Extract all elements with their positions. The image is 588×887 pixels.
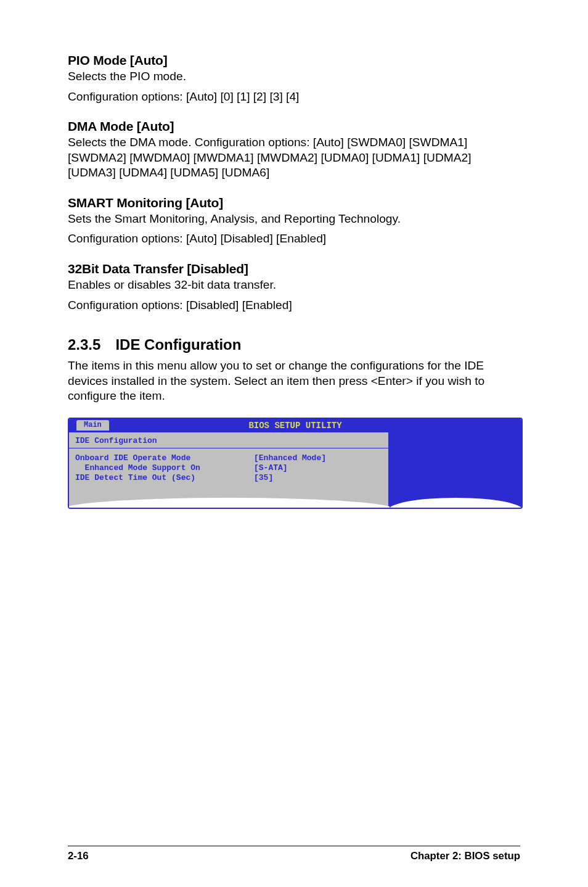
section-number: 2.3.5 (68, 336, 100, 353)
32bit-data-transfer-desc-1: Enables or disables 32-bit data transfer… (68, 278, 520, 293)
bios-left-panel: IDE Configuration Onboard IDE Operate Mo… (69, 432, 390, 508)
bios-title-bar: Main BIOS SETUP UTILITY (69, 419, 521, 432)
bios-right-panel (390, 432, 521, 508)
bios-row-value: [S-ATA] (254, 463, 288, 473)
smart-monitoring-desc-2: Configuration options: [Auto] [Disabled]… (68, 231, 520, 247)
footer-chapter-title: Chapter 2: BIOS setup (410, 850, 520, 862)
dma-mode-desc: Selects the DMA mode. Configuration opti… (68, 135, 520, 181)
bios-title-text: BIOS SETUP UTILITY (248, 421, 341, 431)
bios-row[interactable]: IDE Detect Time Out (Sec) [35] (75, 473, 382, 483)
section-intro: The items in this menu allow you to set … (68, 358, 520, 404)
bios-row-label: IDE Detect Time Out (Sec) (75, 473, 254, 483)
pio-mode-desc-1: Selects the PIO mode. (68, 69, 520, 85)
bios-setup-window: Main BIOS SETUP UTILITY IDE Configuratio… (68, 418, 523, 509)
pio-mode-desc-2: Configuration options: [Auto] [0] [1] [2… (68, 89, 520, 105)
bios-row-label: Onboard IDE Operate Mode (75, 453, 254, 463)
bios-row[interactable]: Enhanced Mode Support On [S-ATA] (75, 463, 382, 473)
bios-block-title: IDE Configuration (75, 436, 382, 448)
32bit-data-transfer-heading: 32Bit Data Transfer [Disabled] (68, 262, 520, 276)
section-heading: 2.3.5IDE Configuration (68, 336, 520, 353)
bios-row-value: [Enhanced Mode] (254, 453, 326, 463)
bios-row-value: [35] (254, 473, 273, 483)
dma-mode-heading: DMA Mode [Auto] (68, 119, 520, 134)
32bit-data-transfer-desc-2: Configuration options: [Disabled] [Enabl… (68, 298, 520, 313)
pio-mode-heading: PIO Mode [Auto] (68, 53, 520, 68)
bios-row-label: Enhanced Mode Support On (75, 463, 254, 473)
smart-monitoring-heading: SMART Monitoring [Auto] (68, 196, 520, 210)
bios-row[interactable]: Onboard IDE Operate Mode [Enhanced Mode] (75, 453, 382, 463)
bios-divider (69, 448, 388, 448)
page-footer: 2-16 Chapter 2: BIOS setup (68, 846, 520, 862)
smart-monitoring-desc-1: Sets the Smart Monitoring, Analysis, and… (68, 212, 520, 227)
section-title: IDE Configuration (115, 336, 241, 353)
bios-tab-main[interactable]: Main (76, 420, 109, 431)
bios-body: IDE Configuration Onboard IDE Operate Mo… (69, 432, 521, 508)
footer-page-number: 2-16 (68, 850, 89, 862)
